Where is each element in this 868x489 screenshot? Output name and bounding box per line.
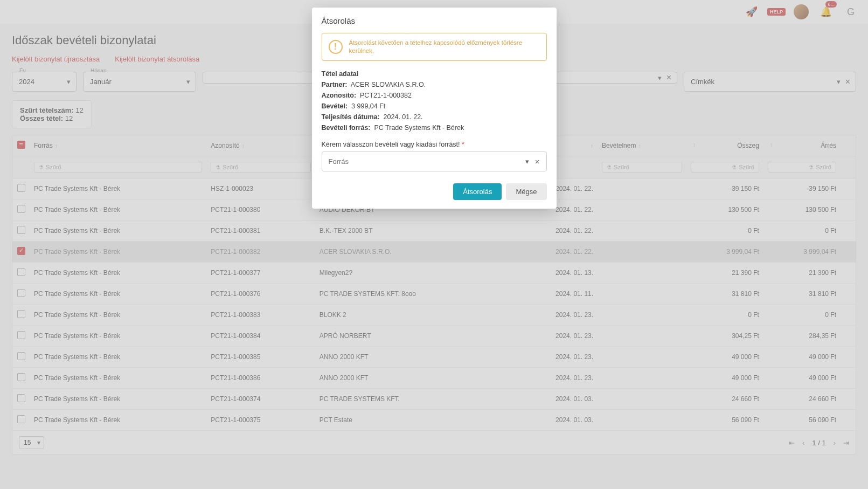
clear-icon[interactable]: × (535, 157, 540, 166)
detail-block: Tétel adatai Partner: ACER SLOVAKIA S.R.… (322, 68, 547, 133)
warning-text: Átsorolást követően a tételhez kapcsolód… (349, 39, 540, 55)
reclassify-modal: Átsorolás ! Átsorolást követően a tételh… (312, 8, 557, 209)
chevron-down-icon: ▾ (525, 157, 529, 166)
modal-source-select[interactable]: Forrás ▾ × (322, 151, 547, 171)
submit-button[interactable]: Átsorolás (453, 183, 502, 200)
warning-icon: ! (329, 40, 343, 54)
modal-title: Átsorolás (322, 16, 547, 25)
modal-actions: Átsorolás Mégse (322, 183, 547, 200)
modal-select-label: Kérem válasszon bevételi vagy kiadási fo… (322, 141, 547, 148)
cancel-button[interactable]: Mégse (506, 183, 546, 200)
modal-overlay[interactable]: Átsorolás ! Átsorolást követően a tételh… (0, 0, 868, 465)
warning-box: ! Átsorolást követően a tételhez kapcsol… (322, 33, 547, 61)
